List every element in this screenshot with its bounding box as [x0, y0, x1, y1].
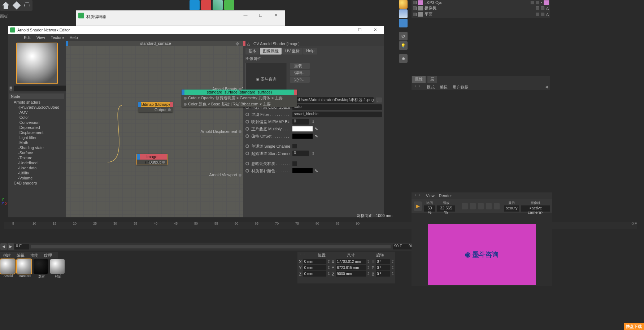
outliner-row[interactable]: 摄像机△ — [412, 5, 550, 11]
globe-icon[interactable]: ⊕ — [399, 54, 408, 63]
tab-create[interactable]: 创建 — [0, 252, 14, 259]
tab-uv[interactable]: UV 坐标 — [282, 48, 303, 55]
minimize-button[interactable]: — — [238, 10, 253, 21]
tool-a-icon[interactable] — [190, 0, 200, 10]
radio-icon[interactable] — [245, 134, 249, 138]
output-port[interactable] — [162, 161, 165, 164]
minimize-button[interactable]: — — [337, 25, 352, 35]
material-item[interactable]: 发射 — [34, 259, 49, 281]
back-icon[interactable]: ◀ — [545, 84, 548, 90]
node-graph[interactable]: standard_surface ✥ standard_surface (sta… — [66, 41, 243, 217]
tool-b-icon[interactable] — [201, 0, 211, 10]
reload-button[interactable]: 重载 — [290, 63, 310, 69]
menu-view[interactable]: View — [36, 35, 45, 40]
zoom-field[interactable]: 32.565 % — [437, 205, 455, 212]
attr-menu-edit[interactable]: 编辑 — [440, 84, 448, 90]
material-item[interactable]: Arnold — [0, 259, 16, 281]
camera-field[interactable]: <active camera> — [521, 205, 550, 212]
node-standard-surface[interactable]: standard_surface (standard_surface) Cuto… — [182, 90, 297, 107]
render-icon[interactable] — [486, 203, 492, 209]
tree-item[interactable]: -Light filter — [9, 135, 64, 140]
display-field[interactable]: beauty — [504, 205, 519, 212]
scale-field[interactable]: 50 % — [424, 205, 435, 212]
rot-field[interactable] — [376, 265, 390, 270]
material-preview[interactable] — [16, 43, 58, 84]
attr-menu-mode[interactable]: 模式 — [427, 84, 435, 90]
outliner-row[interactable]: 平面△ — [412, 11, 550, 17]
node-image[interactable]: image (image) Output — [136, 154, 167, 165]
material-item[interactable]: 材质 — [50, 259, 66, 281]
tree-item[interactable]: -Surface — [9, 150, 64, 155]
tree-item[interactable]: -Texture — [9, 155, 64, 160]
tag-icon[interactable] — [544, 0, 549, 5]
close-button[interactable]: ✕ — [367, 25, 383, 35]
spinner-icon[interactable]: ⇕ — [311, 120, 315, 124]
rot-field[interactable] — [376, 271, 390, 277]
tree-item[interactable]: -Conversion — [9, 120, 64, 125]
tilt-icon[interactable] — [13, 1, 21, 10]
render-menu-render[interactable]: Render — [439, 194, 452, 198]
multiply-color[interactable] — [292, 126, 313, 131]
render-icon[interactable] — [470, 203, 476, 209]
offset-color[interactable] — [292, 134, 313, 139]
locate-button[interactable]: 定位... — [290, 77, 310, 83]
sky-icon[interactable] — [399, 9, 408, 18]
filter-field[interactable]: smart_bicubic — [292, 112, 382, 117]
tree-group[interactable]: C4D shaders — [9, 181, 64, 186]
tree-item[interactable]: -Math — [9, 140, 64, 145]
tool-icon[interactable] — [399, 19, 408, 27]
tree-item[interactable]: -User data — [9, 165, 64, 170]
tree-item[interactable]: -Utility — [9, 170, 64, 175]
node-bitmap[interactable]: Bitmap (Bitmap) Output — [138, 102, 173, 112]
radio-icon[interactable] — [245, 162, 249, 165]
render-icon[interactable] — [478, 203, 484, 209]
material-item[interactable]: standard — [17, 259, 33, 281]
render-icon[interactable] — [494, 203, 500, 209]
material-preview-icon[interactable] — [0, 259, 15, 274]
replace-color[interactable] — [292, 168, 313, 173]
search-input[interactable] — [14, 86, 66, 91]
eyedropper-icon[interactable]: ✎ — [315, 169, 320, 173]
menu-texture[interactable]: Texture — [51, 35, 64, 40]
browse-button[interactable]: ... — [376, 97, 382, 103]
tab-image-attr[interactable]: 图像属性 — [260, 48, 282, 55]
radio-icon[interactable] — [245, 152, 249, 155]
ignore-missing-checkbox[interactable] — [292, 161, 297, 166]
tool-c-icon[interactable] — [213, 0, 223, 10]
tree-item[interactable]: -Displacement — [9, 130, 64, 135]
menu-help[interactable]: Help — [70, 35, 78, 40]
filename-field[interactable]: C:\Users\Administrator\Desktop\未标题-1.png — [292, 97, 374, 103]
render-icon[interactable] — [462, 203, 467, 209]
input-port[interactable] — [184, 103, 187, 106]
attr-menu-userdata[interactable]: 用户数据 — [453, 84, 469, 90]
tab-function[interactable]: 功能 — [27, 252, 41, 259]
prev-button[interactable]: ◀ — [0, 243, 7, 250]
maximize-button[interactable]: ☐ — [352, 25, 367, 35]
tree-group[interactable]: Arnold shaders — [9, 100, 64, 105]
start-channel-field[interactable]: 0 — [292, 151, 309, 156]
rot-field[interactable] — [376, 259, 390, 264]
sphere-icon[interactable] — [399, 0, 408, 9]
spinner-icon[interactable]: ⇕ — [311, 151, 315, 156]
light-icon[interactable]: 💡 — [399, 41, 408, 50]
tool-d-icon[interactable] — [224, 0, 234, 10]
render-menu-view[interactable]: View — [426, 194, 435, 198]
input-port[interactable] — [184, 97, 187, 100]
home-icon[interactable] — [2, 2, 9, 9]
camera-icon[interactable]: ⌬ — [399, 32, 408, 40]
material-preview-icon[interactable] — [34, 259, 48, 274]
tree-item[interactable]: -[R\u7ad9\u53cc\u8bed — [9, 105, 64, 110]
size-field[interactable] — [336, 259, 366, 264]
size-field[interactable] — [336, 265, 366, 270]
edit-button[interactable]: 编辑... — [290, 70, 310, 76]
move-icon[interactable]: ✥ — [235, 41, 239, 47]
tree-item[interactable]: -Color — [9, 115, 64, 120]
single-channel-checkbox[interactable] — [292, 144, 297, 148]
tree-item[interactable]: -AOV — [9, 110, 64, 115]
radio-icon[interactable] — [245, 120, 249, 123]
tab-edit[interactable]: 编辑 — [14, 252, 27, 259]
tab-layers[interactable]: 层 — [427, 76, 437, 83]
next-button[interactable]: ▶ — [8, 243, 14, 250]
maximize-button[interactable]: ☐ — [253, 10, 268, 21]
tab-attributes[interactable]: 属性 — [412, 76, 426, 83]
